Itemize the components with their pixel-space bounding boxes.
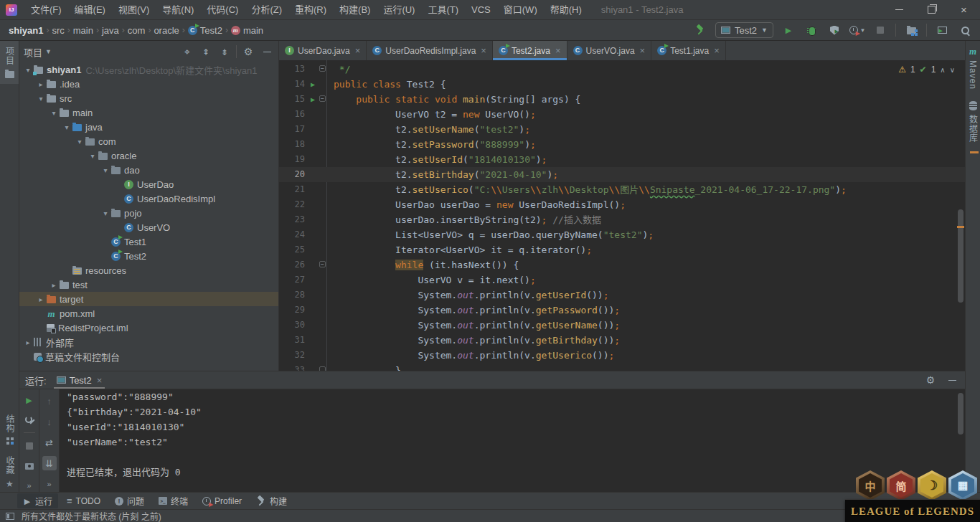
- chevron-icon[interactable]: ▾: [87, 152, 98, 160]
- menu-item[interactable]: 工具(T): [421, 4, 465, 15]
- fold-marker[interactable]: −: [319, 95, 326, 102]
- tree-item-Test1[interactable]: Test1: [19, 234, 278, 249]
- chevron-icon[interactable]: ▾: [61, 123, 72, 131]
- code-line-21[interactable]: 21 t2.setUserico("C:\\Users\\zlh\\Deskto…: [279, 182, 965, 197]
- project-panel-title[interactable]: 项目 ▼: [24, 45, 52, 59]
- soft-wrap-button[interactable]: [42, 435, 57, 450]
- menu-item[interactable]: VCS: [465, 4, 497, 15]
- chevron-icon[interactable]: ▾: [35, 95, 47, 103]
- menu-item[interactable]: 文件(F): [24, 4, 68, 15]
- scroll-to-end-button[interactable]: [42, 456, 57, 470]
- more-actions-button[interactable]: »: [22, 479, 37, 492]
- ime-badge-mode-simplified[interactable]: 简: [887, 470, 915, 500]
- scroll-up-button[interactable]: [42, 394, 57, 408]
- console-scrollbar[interactable]: [958, 393, 963, 435]
- tree-item-shiyan1[interactable]: ▾shiyan1C:\Users\zlh\Desktop\新建文件夹\shiya…: [19, 62, 278, 77]
- menu-item[interactable]: 帮助(H): [544, 4, 588, 15]
- editor-tab-UserVO.java[interactable]: UserVO.java×: [567, 41, 652, 60]
- tree-item-main[interactable]: ▾main: [19, 105, 278, 120]
- tree-item-resources[interactable]: resources: [19, 263, 278, 277]
- tree-item-Test2[interactable]: Test2: [19, 249, 278, 263]
- breadcrumb-item[interactable]: main: [231, 25, 263, 36]
- code-line-17[interactable]: 17 t2.setUserName("test2");: [279, 122, 965, 137]
- tab-close-icon[interactable]: ×: [355, 45, 361, 56]
- code-line-29[interactable]: 29 System.out.println(v.getPassword());: [279, 303, 965, 318]
- profiler-button[interactable]: ▼: [849, 22, 865, 38]
- tab-close-icon[interactable]: ×: [481, 45, 486, 56]
- close-button[interactable]: ×: [948, 0, 980, 20]
- tree-item-test[interactable]: ▸test: [19, 277, 278, 292]
- code-line-30[interactable]: 30 System.out.println(v.getUserName());: [279, 318, 965, 333]
- editor-tab-UserDaoRedisImpl.java[interactable]: UserDaoRedisImpl.java×: [367, 41, 493, 60]
- tab-close-icon[interactable]: ×: [97, 375, 103, 386]
- code-line-31[interactable]: 31 System.out.println(v.getBirthday());: [279, 333, 965, 348]
- toolwindow-button-构建[interactable]: 构建: [250, 493, 293, 508]
- tree-item-com[interactable]: ▾com: [19, 134, 278, 148]
- hide-console-button[interactable]: [945, 373, 959, 387]
- stripe-button-Maven[interactable]: Maven: [966, 41, 980, 95]
- tree-item-RedistProject.iml[interactable]: RedistProject.iml: [19, 321, 278, 335]
- tree-item-dao[interactable]: ▾dao: [19, 163, 278, 177]
- tree-item-.idea[interactable]: ▸.idea: [19, 77, 278, 91]
- panel-settings-button[interactable]: [241, 44, 255, 59]
- editor-tab-Test1.java[interactable]: Test1.java×: [651, 41, 726, 60]
- menu-item[interactable]: 编辑(E): [68, 4, 112, 15]
- toolwindow-button-运行[interactable]: 运行: [17, 493, 58, 508]
- run-line-icon[interactable]: ▶: [311, 92, 315, 107]
- code-line-26[interactable]: 26− while (it.hasNext()) {: [279, 257, 965, 272]
- menu-item[interactable]: 构建(B): [333, 4, 377, 15]
- toolwindow-button-终端[interactable]: 终端: [153, 493, 194, 508]
- menu-item[interactable]: 窗口(W): [497, 4, 544, 15]
- stripe-button-项目[interactable]: 项目: [0, 41, 19, 84]
- hide-panel-button[interactable]: [260, 44, 274, 59]
- breadcrumb-item[interactable]: com: [128, 25, 146, 36]
- code-line-13[interactable]: 13− */: [279, 62, 965, 77]
- search-everywhere-button[interactable]: [957, 22, 973, 38]
- menu-item[interactable]: 视图(V): [112, 4, 156, 15]
- run-toolwindow-button[interactable]: [934, 22, 950, 38]
- tree-item-src[interactable]: ▾src: [19, 91, 278, 105]
- tab-close-icon[interactable]: ×: [640, 45, 646, 56]
- breadcrumb-item[interactable]: oracle: [154, 25, 179, 36]
- ime-badge-mode-keyboard[interactable]: ▦: [948, 470, 977, 500]
- debug-button[interactable]: [804, 22, 819, 38]
- breadcrumb-item[interactable]: src: [52, 25, 64, 36]
- chevron-icon[interactable]: ▸: [48, 281, 60, 289]
- menu-item[interactable]: 运行(U): [377, 4, 421, 15]
- console-tab[interactable]: Test2 ×: [54, 371, 105, 389]
- tree-item-UserDao[interactable]: UserDao: [19, 177, 278, 191]
- run-config-select[interactable]: Test2 ▼: [715, 22, 773, 38]
- breadcrumb-item[interactable]: shiyan1: [9, 25, 43, 36]
- error-stripe-mark[interactable]: [957, 226, 964, 228]
- ime-badge-mode-chinese[interactable]: 中: [856, 470, 885, 500]
- code-line-28[interactable]: 28 System.out.println(v.getUserId());: [279, 288, 965, 303]
- stripe-button-收藏[interactable]: 收藏: [0, 450, 19, 495]
- breadcrumb-item[interactable]: Test2: [188, 25, 222, 36]
- tree-item-java[interactable]: ▾java: [19, 120, 278, 134]
- code-area[interactable]: ⚠1 ✔1 ∧ ∨ 13− */14▶public class Test2 {1…: [279, 60, 965, 371]
- expand-all-button[interactable]: [199, 44, 213, 59]
- tree-item-oracle[interactable]: ▾oracle: [19, 148, 278, 163]
- code-line-27[interactable]: 27 UserVO v = it.next();: [279, 272, 965, 288]
- editor-tab-UserDao.java[interactable]: UserDao.java×: [279, 41, 367, 60]
- breadcrumb-item[interactable]: main: [73, 25, 93, 36]
- code-line-20[interactable]: 20 t2.setBirthday("2021-04-10");: [279, 167, 965, 182]
- chevron-icon[interactable]: ▸: [22, 338, 34, 346]
- menu-item[interactable]: 代码(C): [200, 4, 245, 15]
- editor-scrollbar[interactable]: [958, 209, 963, 303]
- chevron-icon[interactable]: ▾: [100, 209, 111, 217]
- fold-marker[interactable]: −: [319, 261, 326, 267]
- rerun-button[interactable]: [22, 394, 37, 407]
- chevron-icon[interactable]: ▾: [22, 66, 34, 74]
- tree-item-pojo[interactable]: ▾pojo: [19, 206, 278, 220]
- breadcrumb-item[interactable]: java: [102, 25, 119, 36]
- code-line-19[interactable]: 19 t2.setUserId("1814010130");: [279, 152, 965, 167]
- error-stripe-mark[interactable]: [970, 151, 979, 153]
- tab-close-icon[interactable]: ×: [714, 45, 720, 56]
- coverage-button[interactable]: [826, 22, 842, 38]
- stripe-button-结构[interactable]: 结构: [0, 409, 19, 450]
- tree-item-外部库[interactable]: ▸外部库: [19, 335, 278, 349]
- chevron-icon[interactable]: ▾: [48, 109, 60, 117]
- project-structure-button[interactable]: [903, 22, 919, 38]
- stop-button[interactable]: [872, 22, 888, 38]
